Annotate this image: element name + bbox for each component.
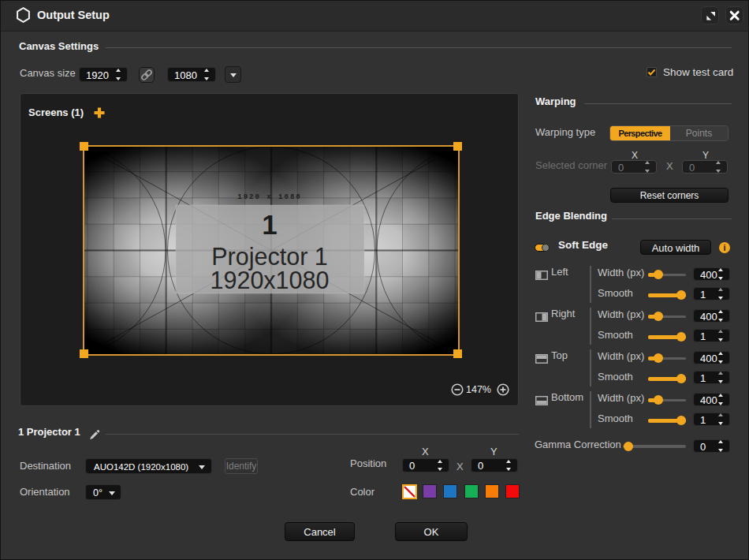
svg-text:1920 x 1080: 1920 x 1080	[237, 193, 301, 201]
svg-text:1920x1080: 1920x1080	[211, 267, 330, 293]
svg-text:1: 1	[262, 209, 277, 240]
